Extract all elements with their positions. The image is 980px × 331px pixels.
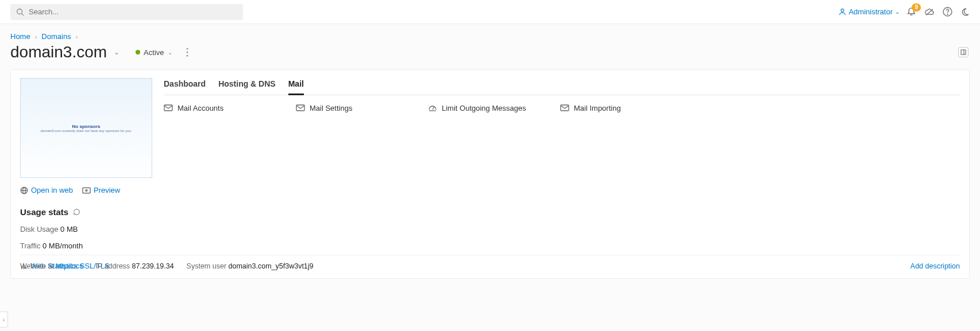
usage-stats-heading: Usage stats (20, 207, 153, 217)
svg-point-15 (86, 189, 87, 191)
ip-address: IP address 87.239.19.34 (96, 262, 174, 270)
disk-usage-value: 0 MB (60, 225, 78, 233)
collapse-panel-button[interactable] (958, 47, 969, 57)
refresh-icon[interactable] (73, 208, 80, 216)
preview-subtext: domain3.com currently does not have any … (40, 129, 132, 133)
breadcrumb-home[interactable]: Home (10, 32, 30, 41)
search-input[interactable] (29, 7, 237, 16)
httpdocs-link[interactable]: httpdocs (56, 262, 83, 270)
title-chevron-down-icon[interactable]: ⌄ (114, 48, 119, 56)
chevron-right-icon: › (35, 33, 37, 40)
svg-line-21 (433, 107, 434, 110)
status-dropdown[interactable]: Active ⌄ (136, 48, 172, 57)
open-in-web-label: Open in web (31, 186, 73, 194)
chevron-down-icon: ⌄ (168, 49, 172, 56)
mail-importing-link[interactable]: Mail Importing (560, 103, 681, 112)
tab-dashboard[interactable]: Dashboard (164, 78, 206, 95)
breadcrumb-domains[interactable]: Domains (41, 32, 71, 41)
svg-line-1 (22, 13, 24, 15)
notification-badge: 9 (912, 3, 921, 11)
search-box[interactable] (10, 4, 243, 20)
page-title: domain3.com (10, 43, 107, 61)
preview-content: No sponsors domain3.com currently does n… (40, 124, 132, 133)
svg-point-0 (17, 9, 22, 14)
chevron-down-icon: ⌄ (895, 9, 900, 15)
status-dot-icon (136, 50, 140, 54)
envelope-import-icon (560, 103, 569, 112)
svg-point-8 (186, 55, 188, 57)
mail-accounts-label: Mail Accounts (178, 104, 223, 112)
cloud-button[interactable] (924, 7, 935, 17)
limit-icon (428, 103, 437, 112)
site-preview[interactable]: No sponsors domain3.com currently does n… (20, 78, 152, 178)
breadcrumb: Home › Domains › (0, 24, 980, 41)
system-user: System user domain3.com_y5f3w3vt1j9 (187, 262, 314, 270)
domain-card: No sponsors domain3.com currently does n… (10, 69, 970, 279)
svg-rect-9 (961, 50, 966, 54)
limit-outgoing-label: Limit Outgoing Messages (442, 104, 526, 112)
limit-outgoing-link[interactable]: Limit Outgoing Messages (428, 103, 549, 112)
user-icon (839, 8, 846, 15)
svg-point-2 (841, 9, 844, 12)
user-name: Administrator (848, 7, 893, 16)
envelope-gear-icon (296, 103, 305, 112)
preview-heading: No sponsors (40, 124, 132, 129)
main-panel: Dashboard Hosting & DNS Mail Mail Accoun… (164, 78, 960, 270)
svg-rect-14 (83, 188, 90, 193)
website-at: Website at httpdocs (20, 262, 83, 270)
tab-hosting-dns[interactable]: Hosting & DNS (218, 78, 276, 95)
tabs: Dashboard Hosting & DNS Mail (164, 78, 960, 95)
sysuser-value: domain3.com_y5f3w3vt1j9 (229, 262, 314, 270)
user-menu[interactable]: Administrator ⌄ (839, 7, 900, 16)
help-button[interactable] (943, 7, 952, 17)
mail-settings-link[interactable]: Mail Settings (296, 103, 416, 112)
footer-row: Website at httpdocs IP address 87.239.19… (20, 255, 960, 270)
topbar: Administrator ⌄ 9 (0, 0, 980, 24)
disk-usage-label: Disk Usage (20, 225, 58, 233)
theme-button[interactable] (960, 7, 970, 17)
search-icon (16, 8, 24, 16)
sidebar: No sponsors domain3.com currently does n… (20, 78, 153, 270)
more-actions-button[interactable] (186, 48, 188, 57)
svg-rect-23 (561, 105, 569, 111)
envelope-icon (164, 103, 173, 112)
svg-point-7 (186, 52, 188, 53)
svg-point-5 (947, 14, 948, 14)
add-description-link[interactable]: Add description (910, 262, 960, 270)
svg-rect-20 (296, 105, 304, 111)
mail-settings-label: Mail Settings (310, 104, 352, 112)
chevron-right-icon: › (76, 33, 78, 40)
disk-usage-row: Disk Usage 0 MB (20, 225, 153, 233)
preview-icon (82, 187, 91, 194)
mail-importing-label: Mail Importing (574, 104, 621, 112)
traffic-value: 0 MB/month (43, 242, 83, 250)
preview-link[interactable]: Preview (82, 186, 120, 194)
globe-icon (20, 186, 28, 194)
notifications-button[interactable]: 9 (906, 7, 916, 17)
svg-point-6 (186, 48, 188, 50)
mail-options: Mail Accounts Mail Settings Limit Outgoi… (164, 103, 960, 112)
page-title-row: domain3.com ⌄ Active ⌄ (0, 41, 980, 69)
mail-accounts-link[interactable]: Mail Accounts (164, 103, 284, 112)
open-in-web-link[interactable]: Open in web (20, 186, 73, 194)
status-label: Active (144, 48, 164, 57)
svg-rect-19 (164, 105, 172, 111)
traffic-row: Traffic 0 MB/month (20, 242, 153, 250)
traffic-label: Traffic (20, 242, 40, 250)
top-icons: 9 (906, 7, 970, 17)
ip-value: 87.239.19.34 (132, 262, 174, 270)
preview-label: Preview (94, 186, 120, 194)
tab-mail[interactable]: Mail (288, 78, 304, 95)
